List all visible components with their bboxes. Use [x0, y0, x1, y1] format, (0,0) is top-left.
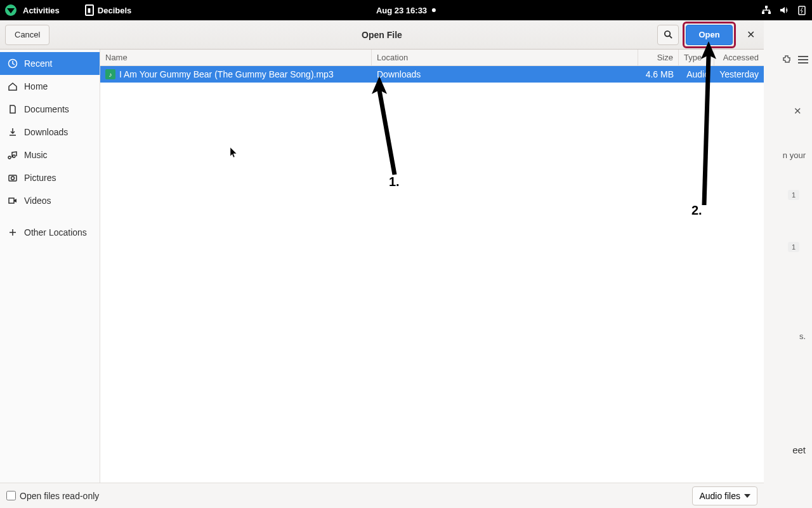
file-name: I Am Your Gummy Bear (The Gummy Bear Son…	[119, 69, 334, 79]
file-open-dialog: Cancel Open File Open ✕ Recent Home D	[0, 20, 764, 508]
svg-point-4	[664, 31, 669, 36]
extension-icon[interactable]	[782, 55, 792, 65]
dialog-footer: Open files read-only Audio files	[0, 483, 764, 508]
camera-icon	[8, 173, 18, 183]
annotation-highlight-open: Open	[683, 22, 736, 48]
current-app-name: Decibels	[98, 6, 131, 15]
music-icon	[8, 150, 18, 160]
close-icon[interactable]: ✕	[742, 29, 759, 41]
activities-icon	[5, 4, 16, 16]
cancel-button[interactable]: Cancel	[5, 25, 49, 45]
sidebar-item-other-locations[interactable]: Other Locations	[0, 221, 100, 244]
volume-icon[interactable]	[779, 5, 789, 15]
col-location[interactable]: Location	[372, 50, 638, 65]
power-icon[interactable]	[797, 5, 807, 15]
chevron-down-icon	[744, 494, 750, 498]
sidebar-item-label: Recent	[24, 58, 52, 69]
download-icon	[8, 127, 18, 137]
open-button[interactable]: Open	[686, 25, 733, 45]
search-icon	[664, 30, 673, 39]
readonly-checkbox[interactable]: Open files read-only	[6, 491, 99, 501]
app-indicator[interactable]: ▮ Decibels	[85, 4, 131, 16]
file-size: 4.6 MB	[638, 69, 679, 79]
dialog-title: Open File	[362, 30, 402, 40]
file-filter-label: Audio files	[699, 491, 740, 501]
activities-label[interactable]: Activities	[23, 6, 60, 15]
background-close-icon[interactable]: ✕	[794, 105, 802, 117]
video-icon	[8, 196, 18, 206]
notification-dot-icon	[432, 8, 436, 12]
audio-file-icon: ♪	[105, 69, 115, 79]
menu-icon[interactable]	[798, 56, 808, 64]
file-type: Audio	[679, 69, 714, 79]
dialog-headerbar: Cancel Open File Open ✕	[0, 20, 764, 50]
sidebar-item-label: Home	[24, 81, 48, 91]
sidebar-item-recent[interactable]: Recent	[0, 52, 100, 75]
clock-icon	[8, 58, 18, 69]
background-text-2: s.	[799, 331, 806, 341]
background-badge-2: 1	[788, 242, 799, 252]
clock[interactable]: Aug 23 16:33	[376, 6, 427, 15]
sidebar-item-label: Downloads	[24, 127, 68, 137]
sidebar-item-label: Music	[24, 150, 48, 160]
doc-icon	[8, 104, 18, 114]
file-list-pane: Name Location Size Type Accessed ♪ I Am …	[100, 50, 764, 483]
home-icon	[8, 81, 18, 91]
file-location: Downloads	[372, 69, 638, 79]
sidebar-item-label: Videos	[24, 196, 51, 206]
background-window-toolbar	[782, 55, 808, 65]
file-row[interactable]: ♪ I Am Your Gummy Bear (The Gummy Bear S…	[100, 66, 764, 83]
gnome-topbar: Activities ▮ Decibels Aug 23 16:33	[0, 0, 812, 20]
decibels-icon: ▮	[85, 4, 94, 16]
sidebar-item-label: Other Locations	[24, 227, 87, 237]
column-headers: Name Location Size Type Accessed	[100, 50, 764, 66]
network-icon[interactable]	[761, 5, 771, 15]
file-accessed: Yesterday	[714, 69, 764, 79]
plus-icon	[8, 227, 18, 237]
col-accessed[interactable]: Accessed	[714, 50, 764, 65]
col-name[interactable]: Name	[100, 50, 372, 65]
col-type[interactable]: Type	[679, 50, 714, 65]
svg-rect-0	[765, 6, 768, 8]
background-text-3: eet	[792, 444, 806, 455]
sidebar-item-music[interactable]: Music	[0, 144, 100, 166]
file-filter-combo[interactable]: Audio files	[692, 486, 757, 505]
svg-rect-2	[768, 11, 771, 14]
places-sidebar: Recent Home Documents Downloads Music Pi…	[0, 50, 100, 483]
readonly-label: Open files read-only	[20, 491, 99, 501]
search-button[interactable]	[657, 25, 679, 45]
svg-rect-1	[762, 11, 764, 14]
sidebar-item-label: Documents	[24, 104, 69, 114]
sidebar-item-home[interactable]: Home	[0, 75, 100, 98]
sidebar-item-documents[interactable]: Documents	[0, 98, 100, 121]
background-text-1: n your	[783, 150, 806, 161]
background-badge-1: 1	[788, 190, 799, 200]
sidebar-item-pictures[interactable]: Pictures	[0, 166, 100, 189]
svg-point-7	[11, 177, 15, 180]
mouse-cursor-icon	[230, 147, 238, 161]
svg-rect-8	[9, 198, 14, 203]
sidebar-item-videos[interactable]: Videos	[0, 189, 100, 212]
sidebar-item-downloads[interactable]: Downloads	[0, 121, 100, 144]
col-size[interactable]: Size	[638, 50, 679, 65]
readonly-checkbox-input[interactable]	[6, 491, 16, 500]
sidebar-item-label: Pictures	[24, 173, 56, 183]
